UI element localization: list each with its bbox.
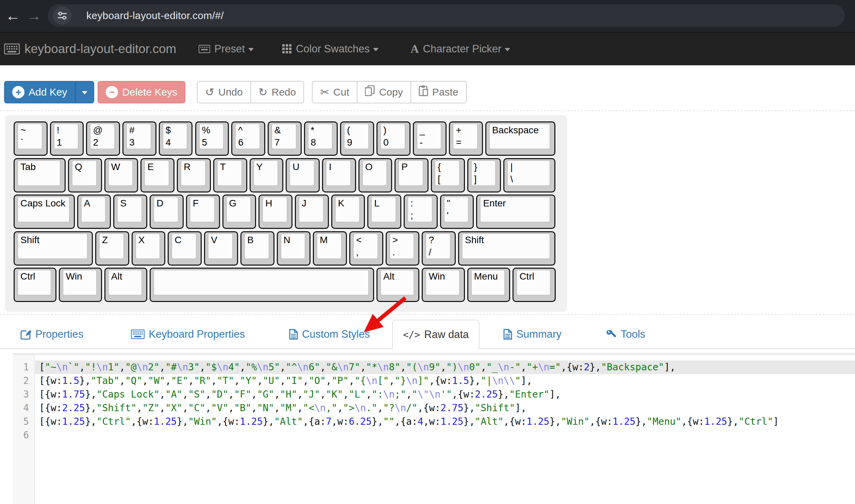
key-u[interactable]: U bbox=[286, 158, 320, 192]
code-line[interactable]: [{w:2.25},"Shift","Z","X","C","V","B","N… bbox=[35, 401, 855, 415]
undo-button[interactable]: ↺ Undo bbox=[197, 81, 251, 103]
key-h[interactable]: H bbox=[258, 195, 292, 229]
key-@[interactable]: @2 bbox=[86, 121, 120, 156]
brand[interactable]: keyboard-layout-editor.com bbox=[4, 42, 176, 56]
key-{[interactable]: {[ bbox=[431, 158, 465, 192]
key-menu[interactable]: Menu bbox=[467, 268, 510, 302]
key-i[interactable]: I bbox=[322, 158, 356, 192]
key-%[interactable]: %5 bbox=[195, 121, 229, 156]
redo-button[interactable]: ↻ Redo bbox=[251, 81, 304, 103]
key-q[interactable]: Q bbox=[68, 158, 102, 192]
key-$[interactable]: $4 bbox=[159, 121, 193, 156]
url-text[interactable]: keyboard-layout-editor.com/#/ bbox=[86, 10, 224, 21]
key->[interactable]: >. bbox=[386, 231, 420, 266]
key-ctrl[interactable]: Ctrl bbox=[14, 268, 56, 302]
line-number: 3 bbox=[13, 388, 34, 401]
code-line[interactable]: [{w:1.5},"Tab","Q","W","E","R","T","Y","… bbox=[35, 374, 855, 388]
key-r[interactable]: R bbox=[177, 158, 211, 192]
code-line[interactable]: [{w:1.75},"Caps Lock","A","S","D","F","G… bbox=[35, 388, 855, 401]
key-tab[interactable]: Tab bbox=[14, 158, 66, 192]
key-ctrl[interactable]: Ctrl bbox=[513, 268, 555, 302]
edit-icon bbox=[20, 329, 31, 340]
key-win[interactable]: Win bbox=[422, 268, 465, 302]
file-icon bbox=[289, 329, 298, 340]
key-y[interactable]: Y bbox=[250, 158, 284, 192]
key-k[interactable]: K bbox=[331, 195, 365, 229]
tab-summary[interactable]: Summary bbox=[493, 320, 572, 348]
key-+[interactable]: += bbox=[449, 121, 483, 156]
key-p[interactable]: P bbox=[395, 158, 429, 192]
key-g[interactable]: G bbox=[222, 195, 256, 229]
key-l[interactable]: L bbox=[367, 195, 401, 229]
key-"[interactable]: "' bbox=[440, 195, 474, 229]
key-|[interactable]: |\ bbox=[503, 158, 555, 192]
key-w[interactable]: W bbox=[104, 158, 138, 192]
key-~[interactable]: ~` bbox=[14, 121, 48, 156]
raw-data-editor[interactable]: 123456 ["~\n`","!\n1","@\n2","#\n3","$\n… bbox=[13, 354, 855, 504]
forward-icon[interactable]: → bbox=[27, 6, 41, 25]
key-*[interactable]: *8 bbox=[304, 121, 338, 156]
add-key-dropdown-button[interactable] bbox=[75, 81, 94, 103]
key-s[interactable]: S bbox=[113, 195, 147, 229]
url-bar[interactable]: keyboard-layout-editor.com/#/ bbox=[48, 4, 845, 27]
key-v[interactable]: V bbox=[204, 231, 238, 266]
font-icon: A bbox=[410, 43, 419, 55]
key-space[interactable] bbox=[150, 268, 374, 302]
cut-button[interactable]: ✂ Cut bbox=[312, 81, 357, 103]
key-shift[interactable]: Shift bbox=[458, 231, 555, 266]
code-line[interactable]: [{w:1.25},"Ctrl",{w:1.25},"Win",{w:1.25}… bbox=[35, 415, 855, 429]
key-alt[interactable]: Alt bbox=[376, 268, 419, 302]
key-n[interactable]: N bbox=[277, 231, 311, 266]
paste-button[interactable]: Paste bbox=[411, 81, 467, 103]
key-j[interactable]: J bbox=[295, 195, 329, 229]
key-f[interactable]: F bbox=[186, 195, 220, 229]
key-_[interactable]: _- bbox=[413, 121, 447, 156]
delete-keys-button[interactable]: − Delete Keys bbox=[98, 81, 185, 103]
key-([interactable]: (9 bbox=[340, 121, 374, 156]
code-line[interactable]: ["~\n`","!\n1","@\n2","#\n3","$\n4","%\n… bbox=[35, 360, 855, 374]
tab-custom-styles[interactable]: Custom Styles bbox=[279, 320, 380, 348]
key-)[interactable]: )0 bbox=[376, 121, 410, 156]
key-:[interactable]: :; bbox=[404, 195, 438, 229]
tab-tools[interactable]: Tools bbox=[596, 320, 655, 348]
key-&[interactable]: &7 bbox=[268, 121, 302, 156]
key-c[interactable]: C bbox=[168, 231, 202, 266]
tab-keyboard-properties[interactable]: Keyboard Properties bbox=[121, 320, 255, 348]
key-d[interactable]: D bbox=[150, 195, 184, 229]
key-^[interactable]: ^6 bbox=[231, 121, 265, 156]
menu-preset[interactable]: Preset bbox=[199, 43, 254, 55]
add-key-button[interactable]: + Add Key bbox=[4, 81, 75, 103]
key-t[interactable]: T bbox=[213, 158, 247, 192]
menu-label: Character Picker bbox=[423, 43, 502, 55]
key-caps-lock[interactable]: Caps Lock bbox=[14, 195, 75, 229]
key-z[interactable]: Z bbox=[95, 231, 129, 266]
key-#[interactable]: #3 bbox=[122, 121, 156, 156]
back-icon[interactable]: ← bbox=[5, 6, 20, 25]
key-x[interactable]: X bbox=[132, 231, 166, 266]
keyboard[interactable]: ~`!1@2#3$4%5^6&7*8(9)0_-+=BackspaceTabQW… bbox=[5, 115, 567, 312]
key-?[interactable]: ?/ bbox=[422, 231, 456, 266]
key-win[interactable]: Win bbox=[59, 268, 102, 302]
key-shift[interactable]: Shift bbox=[14, 231, 93, 266]
tune-icon[interactable] bbox=[53, 6, 71, 25]
key-alt[interactable]: Alt bbox=[104, 268, 147, 302]
code-lines[interactable]: ["~\n`","!\n1","@\n2","#\n3","$\n4","%\n… bbox=[35, 354, 855, 504]
menu-character-picker[interactable]: A Character Picker bbox=[410, 43, 510, 55]
key-<[interactable]: <, bbox=[349, 231, 383, 266]
key-}[interactable]: }] bbox=[467, 158, 501, 192]
key-![interactable]: !1 bbox=[50, 121, 84, 156]
tab-raw-data[interactable]: </> Raw data bbox=[392, 320, 480, 349]
key-o[interactable]: O bbox=[358, 158, 392, 192]
key-a[interactable]: A bbox=[77, 195, 111, 229]
key-backspace[interactable]: Backspace bbox=[485, 121, 555, 156]
menu-color-swatches[interactable]: Color Swatches bbox=[282, 43, 379, 55]
key-enter[interactable]: Enter bbox=[476, 195, 555, 229]
tab-properties[interactable]: Properties bbox=[10, 320, 94, 348]
chevron-down-icon bbox=[505, 48, 510, 51]
copy-button[interactable]: Copy bbox=[357, 81, 411, 103]
key-m[interactable]: M bbox=[313, 231, 347, 266]
key-e[interactable]: E bbox=[140, 158, 174, 192]
code-line[interactable] bbox=[35, 429, 855, 442]
key-b[interactable]: B bbox=[240, 231, 274, 266]
tab-bar: Properties Keyboard Properties Custom St… bbox=[0, 320, 855, 349]
